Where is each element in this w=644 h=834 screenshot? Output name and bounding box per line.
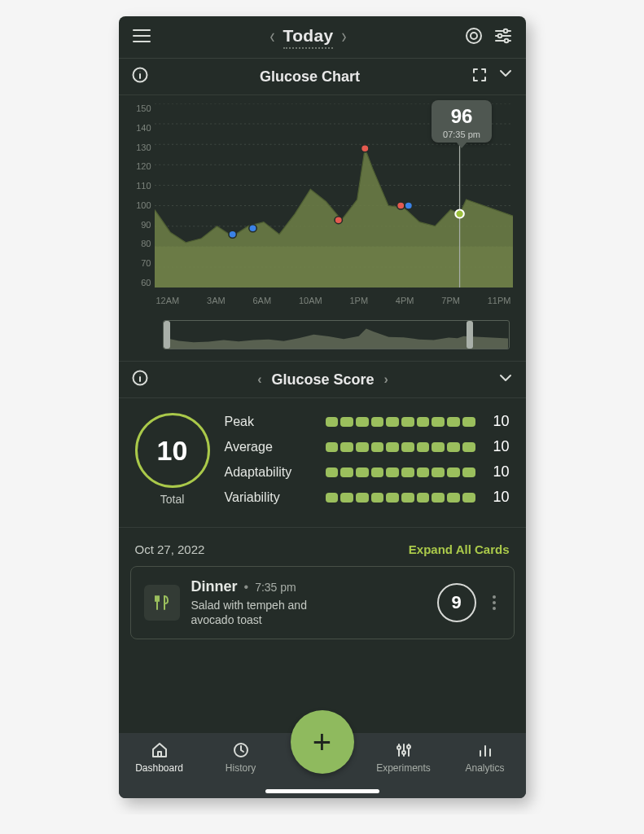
meal-card[interactable]: Dinner • 7:35 pm Salad with tempeh and a… [130,566,515,639]
score-value: 10 [485,413,510,430]
score-pills [326,442,475,452]
home-indicator [265,789,379,793]
score-row: Adaptability 10 [225,463,510,481]
menu-icon[interactable] [132,28,151,47]
svg-point-4 [471,33,477,39]
score-label: Peak [225,415,316,429]
target-icon[interactable] [465,27,483,48]
sliders-icon [395,741,413,759]
svg-point-29 [335,217,342,224]
next-day-button[interactable]: › [341,25,346,49]
y-axis-labels: 15014013012011010090807060 [127,103,151,288]
svg-point-6 [504,29,508,33]
settings-icon[interactable] [494,28,512,47]
total-score-value: 10 [157,435,188,467]
scrubber-handle-right[interactable] [467,321,473,349]
meal-title: Dinner [191,578,238,595]
scrubber-handle-left[interactable] [164,321,170,349]
glucose-score-body: 10 Total Peak 10 Average 10 Adaptability… [119,398,526,528]
meal-score: 9 [437,583,476,622]
bottom-tab-bar: Dashboard History _ Experiments Analytic… [119,733,526,798]
add-button[interactable]: + [291,710,354,774]
meal-more-button[interactable] [488,593,501,612]
chevron-down-icon[interactable] [498,372,513,387]
total-score-label: Total [160,493,185,506]
score-pills [326,417,475,427]
glucose-chart-header: Glucose Chart [119,59,526,95]
svg-rect-41 [158,752,161,757]
score-value: 10 [485,489,510,506]
tab-history[interactable]: History [208,741,274,774]
prev-day-button[interactable]: ‹ [270,25,275,49]
chart-plot-area[interactable]: 96 07:35 pm [155,103,513,288]
glucose-score-title: Glucose Score [271,371,374,388]
time-scrubber[interactable] [163,320,510,349]
x-axis-labels: 12AM3AM6AM10AM1PM4PM7PM11PM [155,292,513,315]
score-label: Average [225,440,316,454]
svg-point-28 [248,225,256,232]
score-value: 10 [485,438,510,455]
expand-all-button[interactable]: Expand All Cards [409,542,510,556]
fullscreen-icon[interactable] [472,68,487,86]
svg-point-13 [139,71,140,72]
top-bar: ‹ Today › [119,16,526,59]
score-value: 10 [485,463,510,481]
tooltip-time: 07:35 pm [443,129,480,139]
app-screen: ‹ Today › Glucose Chart [119,16,526,798]
svg-point-10 [505,38,509,42]
score-row: Variability 10 [225,489,510,506]
score-prev-button[interactable]: ‹ [257,372,261,387]
tab-experiments[interactable]: Experiments [371,741,436,774]
score-next-button[interactable]: › [384,372,388,387]
score-label: Variability [225,490,316,505]
score-label: Adaptability [225,465,316,480]
tab-dashboard[interactable]: Dashboard [127,741,192,774]
svg-point-32 [405,202,412,209]
tab-analytics[interactable]: Analytics [453,741,518,774]
glucose-score-header: ‹ Glucose Score › [119,361,526,398]
chevron-down-icon[interactable] [498,68,513,86]
info-icon[interactable] [132,370,148,389]
log-date-row: Oct 27, 2022 Expand All Cards [119,528,526,566]
date-label[interactable]: Today [283,26,334,49]
svg-point-48 [407,745,410,748]
svg-point-37 [139,374,140,375]
info-icon[interactable] [132,67,148,86]
glucose-chart-title: Glucose Chart [148,68,472,86]
svg-point-30 [361,145,368,152]
glucose-chart: 15014013012011010090807060 96 07:35 pm 1… [119,95,526,361]
chart-tooltip: 96 07:35 pm [432,100,492,143]
home-icon [151,741,169,759]
tooltip-value: 96 [443,105,480,128]
svg-marker-34 [164,329,509,349]
svg-point-33 [455,210,463,218]
meal-time: 7:35 pm [255,581,296,594]
meal-description: Salad with tempeh and avocado toast [191,599,346,627]
meal-icon [144,585,180,621]
score-row: Average 10 [225,438,510,455]
analytics-icon [476,741,494,759]
log-date: Oct 27, 2022 [135,542,205,556]
svg-point-8 [498,33,502,37]
total-score-ring: 10 [135,413,210,488]
score-rows: Peak 10 Average 10 Adaptability 10 Varia… [225,413,510,506]
svg-point-46 [402,751,405,754]
score-pills [326,467,475,477]
history-icon [232,741,250,759]
svg-point-27 [228,230,235,238]
svg-point-31 [396,202,404,209]
svg-point-44 [397,746,401,749]
score-pills [326,493,475,503]
score-row: Peak 10 [225,413,510,430]
svg-point-3 [467,29,481,43]
